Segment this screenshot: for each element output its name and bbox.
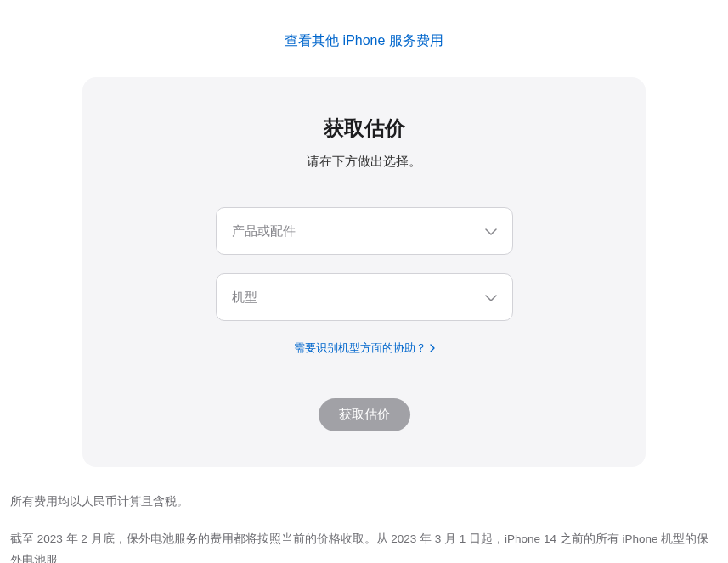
product-select[interactable]: 产品或配件 xyxy=(216,207,513,255)
help-link-container: 需要识别机型方面的协助？ xyxy=(116,340,612,356)
chevron-down-icon xyxy=(485,223,497,239)
card-title: 获取估价 xyxy=(116,115,612,142)
model-select-wrapper: 机型 xyxy=(216,273,513,321)
chevron-down-icon xyxy=(485,290,497,305)
product-select-placeholder: 产品或配件 xyxy=(232,223,296,239)
top-link-container: 查看其他 iPhone 服务费用 xyxy=(0,0,728,77)
product-select-wrapper: 产品或配件 xyxy=(216,207,513,255)
chevron-right-icon xyxy=(430,342,435,355)
other-services-link[interactable]: 查看其他 iPhone 服务费用 xyxy=(285,33,443,48)
footer-note-currency: 所有费用均以人民币计算且含税。 xyxy=(10,491,718,513)
footer-notes: 所有费用均以人民币计算且含税。 截至 2023 年 2 月底，保外电池服务的费用… xyxy=(0,467,728,563)
identify-model-help-link[interactable]: 需要识别机型方面的协助？ xyxy=(294,341,435,356)
model-select[interactable]: 机型 xyxy=(216,273,513,321)
footer-note-price-change: 截至 2023 年 2 月底，保外电池服务的费用都将按照当前的价格收取。从 20… xyxy=(10,528,718,563)
model-select-placeholder: 机型 xyxy=(232,290,257,306)
help-link-text: 需要识别机型方面的协助？ xyxy=(294,341,426,356)
estimate-card: 获取估价 请在下方做出选择。 产品或配件 机型 需要识别机型方面的协助？ 获取估… xyxy=(82,77,646,467)
card-subtitle: 请在下方做出选择。 xyxy=(116,154,612,170)
footer-note-text-part1: 截至 2023 年 2 月底，保外电池服务的费用都将按照当前的价格收取。从 20… xyxy=(10,532,708,563)
get-estimate-button[interactable]: 获取估价 xyxy=(319,398,410,431)
